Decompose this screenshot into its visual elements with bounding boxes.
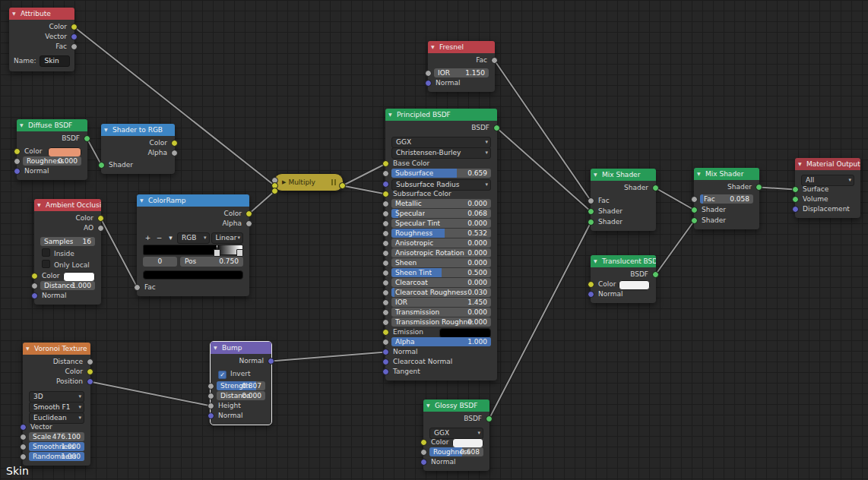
value-socket[interactable] [134, 284, 141, 291]
node-attribute[interactable]: ▼AttributeColorVectorFacName:Skin [9, 8, 74, 71]
distance-slider[interactable]: Distance0.000 [217, 391, 265, 400]
value-socket[interactable] [171, 150, 178, 156]
roughness-slider[interactable]: Roughness0.532 [391, 229, 491, 238]
ramp-stop-handle[interactable] [236, 249, 243, 257]
node-translucent-bsdf[interactable]: ▼Translucent BSDFBSDFColorNormal [591, 255, 656, 303]
node-header[interactable]: ▼Attribute [9, 8, 74, 20]
value-socket[interactable] [97, 225, 104, 232]
value-socket[interactable] [71, 43, 78, 50]
value-socket[interactable] [207, 383, 214, 390]
stop-position-field[interactable]: Pos0.750 [180, 257, 243, 267]
node-header[interactable]: ▼Material Output [795, 158, 860, 170]
node-fresnel[interactable]: ▼FresnelFacIOR1.150Normal [428, 41, 495, 92]
shader-socket[interactable] [691, 217, 698, 224]
collapse-arrow-icon[interactable]: ▼ [12, 8, 16, 20]
node-principled-bsdf[interactable]: ▼Principled BSDFBSDFGGX▾Christensen-Burl… [385, 109, 497, 381]
value-socket[interactable] [382, 270, 389, 276]
node-header[interactable]: ▼ColorRamp [137, 194, 249, 207]
color-socket[interactable] [14, 148, 21, 155]
color-ramp-gradient[interactable] [143, 245, 243, 255]
color-socket[interactable] [97, 215, 104, 222]
value-socket[interactable] [425, 70, 432, 77]
shader-socket[interactable] [792, 186, 799, 193]
add-stop-button[interactable]: + [143, 233, 153, 243]
samples-slider[interactable]: Samples16 [40, 237, 95, 246]
vector-socket[interactable] [425, 80, 432, 87]
value-socket[interactable] [246, 220, 252, 227]
sheen-tint-slider[interactable]: Sheen Tint0.500 [391, 268, 491, 277]
vector-socket[interactable] [420, 459, 427, 466]
node-colorramp[interactable]: ▼ColorRampColorAlpha+−▾RGB▾Linear▾0Pos0.… [137, 194, 249, 296]
value-socket[interactable] [382, 210, 389, 217]
sheen-slider[interactable]: Sheen0.000 [391, 258, 491, 267]
value-socket[interactable] [382, 289, 389, 296]
clearcoat-slider[interactable]: Clearcoat0.000 [391, 278, 491, 287]
only-local-checkbox[interactable] [42, 260, 50, 268]
remove-stop-button[interactable]: − [154, 233, 164, 243]
collapse-arrow-icon[interactable]: ▼ [697, 168, 701, 180]
shader-socket[interactable] [691, 207, 698, 213]
color-socket[interactable] [71, 24, 78, 30]
vector-socket[interactable] [382, 358, 389, 365]
shader-socket[interactable] [652, 271, 659, 278]
specular-tint-slider[interactable]: Specular Tint0.000 [391, 219, 491, 228]
node-mix-shader-2[interactable]: ▼Mix ShaderShaderFac0.058ShaderShader [694, 168, 759, 229]
stop-index-field[interactable]: 0 [143, 257, 177, 267]
collapse-arrow-icon[interactable]: ▼ [214, 342, 217, 354]
value-socket[interactable] [491, 57, 498, 64]
node-header[interactable]: ▼Fresnel [428, 41, 495, 53]
color-socket[interactable] [382, 160, 389, 167]
color-socket[interactable] [171, 140, 178, 147]
node-header[interactable]: ▼Mix Shader [694, 168, 759, 180]
value-socket[interactable] [20, 434, 27, 441]
collapse-arrow-icon[interactable]: ▼ [20, 119, 24, 131]
color-socket[interactable] [87, 368, 93, 375]
node-header[interactable]: ▼Bump [211, 342, 271, 354]
smooth-f1-dropdown[interactable]: Smooth F1▾ [29, 402, 84, 413]
shader-socket[interactable] [84, 135, 90, 142]
scale-slider[interactable]: Scale476.100 [29, 432, 84, 441]
ior-slider[interactable]: IOR1.150 [434, 68, 489, 77]
value-socket[interactable] [420, 449, 427, 456]
vector-socket[interactable] [792, 206, 799, 213]
color-socket[interactable] [420, 439, 427, 446]
color-socket[interactable] [382, 191, 389, 197]
value-socket[interactable] [691, 196, 698, 203]
node-voronoi-texture[interactable]: ▼Voronoi TextureDistanceColorPosition3D▾… [23, 343, 90, 466]
color-socket[interactable] [246, 210, 252, 217]
collapse-arrow-icon[interactable]: ▼ [594, 255, 597, 267]
rgb-dropdown[interactable]: RGB▾ [177, 232, 210, 244]
node-header[interactable]: ▼Voronoi Texture [23, 343, 90, 355]
strength-slider[interactable]: Strength0.807 [217, 381, 265, 390]
invert-checkbox[interactable]: ✓ [218, 371, 227, 379]
node-bump[interactable]: ▼BumpNormal✓InvertStrength0.807Distance0… [211, 342, 271, 425]
node-glossy-bsdf[interactable]: ▼Glossy BSDFBSDFGGX▾ColorRoughness0.608N… [423, 399, 489, 471]
vector-socket[interactable] [382, 368, 389, 375]
transmission-roughness-slider[interactable]: Transmission Roughness0.000 [391, 317, 491, 327]
value-socket[interactable] [207, 403, 214, 409]
specular-slider[interactable]: Specular0.068 [391, 209, 491, 218]
color-socket[interactable] [382, 329, 389, 336]
vector-socket[interactable] [382, 181, 389, 188]
value-socket[interactable] [382, 309, 389, 316]
roughness-slider[interactable]: Roughness0.608 [429, 447, 483, 456]
node-multiply[interactable]: ▶Multiply [274, 173, 344, 191]
value-socket[interactable] [382, 319, 389, 326]
anisotropic-rotation-slider[interactable]: Anisotropic Rotation0.000 [391, 248, 491, 257]
value-socket[interactable] [87, 358, 93, 365]
color-socket[interactable] [271, 188, 278, 194]
value-socket[interactable] [20, 444, 27, 450]
node-header[interactable]: ▼Shader to RGB [101, 124, 175, 136]
roughness-slider[interactable]: Roughness0.000 [23, 156, 81, 166]
value-socket[interactable] [20, 453, 27, 460]
collapse-arrow-icon[interactable]: ▼ [426, 399, 430, 412]
inside-checkbox[interactable] [42, 248, 50, 257]
shader-socket[interactable] [486, 415, 493, 422]
vector-socket[interactable] [588, 291, 594, 298]
node-header[interactable]: ▼Principled BSDF [385, 109, 497, 121]
vector-socket[interactable] [31, 292, 38, 299]
ior-slider[interactable]: IOR1.450 [391, 298, 491, 307]
collapse-arrow-icon[interactable]: ▼ [798, 158, 802, 170]
value-socket[interactable] [207, 393, 214, 399]
shader-socket[interactable] [792, 196, 799, 203]
